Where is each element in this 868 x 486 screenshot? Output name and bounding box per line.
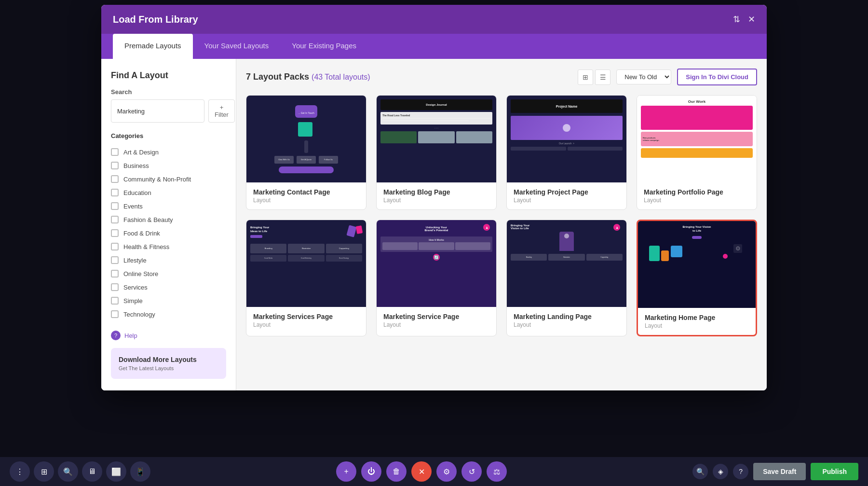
category-item[interactable]: Simple: [111, 294, 226, 307]
toolbar-menu-button[interactable]: ⋮: [10, 461, 30, 482]
layout-count: 7 Layout Packs (43 Total layouts): [246, 72, 370, 82]
modal-header-icons: ⇅ ✕: [733, 14, 755, 25]
card-info-services: Marketing Services Page Layout: [246, 307, 366, 334]
category-label-health: Health & Fitness: [123, 243, 169, 250]
layout-card-marketing-services[interactable]: Bringing YourIdeas to Life: [246, 220, 366, 336]
category-item[interactable]: Community & Non-Profit: [111, 172, 226, 186]
toolbar-mobile-button[interactable]: 📱: [130, 461, 150, 482]
toolbar-desktop-button[interactable]: 🖥: [82, 461, 102, 482]
layouts-grid: ... Get In Touch: [246, 95, 757, 336]
toolbar-adjust-button[interactable]: ⚖: [487, 461, 507, 482]
search-label: Search: [111, 88, 226, 96]
main-content: 7 Layout Packs (43 Total layouts) ⊞ ☰ Ne…: [236, 59, 767, 390]
save-draft-button[interactable]: Save Draft: [753, 463, 806, 480]
sort-select[interactable]: New To Old Old To New A to Z Z to A: [616, 69, 671, 84]
category-label-art: Art & Design: [123, 149, 159, 156]
layout-card-marketing-service[interactable]: Unlocking YourBrand's Potential ♟ How It…: [376, 220, 497, 336]
card-sub-project: Layout: [514, 197, 620, 204]
category-item[interactable]: Services: [111, 280, 226, 294]
card-image-project: Project Name Our Launch >: [507, 96, 626, 182]
category-checkbox-lifestyle: [111, 256, 119, 264]
layout-card-marketing-home[interactable]: Bringing Your Visionto Life ⚙: [637, 220, 757, 336]
category-item[interactable]: Technology: [111, 307, 226, 321]
layout-card-marketing-project[interactable]: Project Name Our Launch >: [506, 95, 627, 210]
toolbar-help-icon[interactable]: ?: [733, 464, 748, 479]
publish-button[interactable]: Publish: [811, 463, 858, 480]
list-view-button[interactable]: ☰: [595, 69, 610, 85]
download-title: Download More Layouts: [119, 356, 218, 363]
sidebar: Find A Layout Search + Filter Categories…: [101, 59, 236, 390]
toolbar-settings-button[interactable]: ⚙: [436, 461, 457, 482]
toolbar-grid-button[interactable]: ⊞: [34, 461, 54, 482]
category-label-events: Events: [123, 203, 143, 210]
card-title-home: Marketing Home Page: [645, 314, 749, 321]
category-item[interactable]: Education: [111, 186, 226, 199]
bottom-toolbar: ⋮ ⊞ 🔍 🖥 ⬜ 📱 + ⏻ 🗑 ✕ ⚙ ↺ ⚖ 🔍 ◈ ? Save Dra…: [0, 457, 868, 486]
category-item[interactable]: Business: [111, 159, 226, 172]
preview-home: Bringing Your Visionto Life ⚙: [638, 221, 756, 308]
card-sub-home: Layout: [645, 322, 749, 329]
tab-existing[interactable]: Your Existing Pages: [280, 34, 368, 59]
toolbar-close-button[interactable]: ✕: [411, 461, 432, 482]
view-toggle: ⊞ ☰: [578, 69, 610, 85]
main-header-right: ⊞ ☰ New To Old Old To New A to Z Z to A …: [578, 69, 757, 85]
help-icon: ?: [111, 331, 121, 340]
category-item[interactable]: Online Store: [111, 267, 226, 280]
load-library-modal: Load From Library ⇅ ✕ Premade Layouts Yo…: [101, 5, 767, 390]
card-info-service: Marketing Service Page Layout: [377, 307, 496, 334]
toolbar-trash-button[interactable]: 🗑: [386, 461, 407, 482]
modal-close-icon[interactable]: ✕: [748, 14, 755, 25]
category-item[interactable]: Lifestyle: [111, 253, 226, 267]
preview-blog: Design Journal The Road Less Traveled - …: [377, 96, 496, 182]
toolbar-divi-icon[interactable]: ◈: [713, 464, 728, 479]
tab-saved[interactable]: Your Saved Layouts: [193, 34, 281, 59]
help-label: Help: [124, 332, 137, 339]
filter-button[interactable]: + Filter: [208, 99, 235, 123]
category-item[interactable]: Events: [111, 199, 226, 213]
layout-card-marketing-landing[interactable]: Bringing YourVision to Life ♟: [506, 220, 627, 336]
card-image-contact: ... Get In Touch: [246, 96, 366, 182]
card-image-services: Bringing YourIdeas to Life: [246, 220, 366, 307]
layout-card-marketing-contact[interactable]: ... Get In Touch: [246, 95, 366, 210]
sign-in-button[interactable]: Sign In To Divi Cloud: [677, 69, 757, 85]
toolbar-search-button[interactable]: 🔍: [58, 461, 78, 482]
modal-title: Load From Library: [113, 14, 198, 25]
preview-contact: ... Get In Touch: [246, 96, 366, 182]
toolbar-add-button[interactable]: +: [336, 461, 356, 482]
modal-sort-icon[interactable]: ⇅: [733, 14, 740, 25]
category-label-services: Services: [123, 284, 148, 291]
card-info-portfolio: Marketing Portfolio Page Layout: [637, 182, 757, 209]
category-checkbox-art: [111, 148, 119, 156]
download-box[interactable]: Download More Layouts Get The Latest Lay…: [111, 348, 226, 379]
card-sub-contact: Layout: [253, 197, 359, 204]
help-row[interactable]: ? Help: [111, 331, 226, 340]
modal-tabs: Premade Layouts Your Saved Layouts Your …: [101, 34, 767, 59]
grid-view-button[interactable]: ⊞: [578, 69, 593, 85]
card-info-home: Marketing Home Page Layout: [638, 308, 756, 335]
category-label-technology: Technology: [123, 311, 155, 318]
toolbar-power-button[interactable]: ⏻: [361, 461, 381, 482]
card-image-portfolio: Our Work New productsrelease campaign: [637, 96, 757, 182]
card-sub-services: Layout: [253, 321, 359, 328]
card-info-blog: Marketing Blog Page Layout: [377, 182, 496, 209]
toolbar-search-icon[interactable]: 🔍: [692, 464, 708, 479]
card-title-landing: Marketing Landing Page: [514, 313, 620, 320]
card-sub-blog: Layout: [383, 197, 489, 204]
card-title-portfolio: Marketing Portfolio Page: [644, 188, 750, 196]
card-image-home: Bringing Your Visionto Life ⚙: [638, 221, 756, 308]
category-item[interactable]: Fashion & Beauty: [111, 213, 226, 226]
toolbar-history-button[interactable]: ↺: [461, 461, 482, 482]
category-item[interactable]: Art & Design: [111, 145, 226, 159]
category-item[interactable]: Food & Drink: [111, 226, 226, 240]
tab-premade[interactable]: Premade Layouts: [113, 34, 193, 59]
card-image-blog: Design Journal The Road Less Traveled - …: [377, 96, 496, 182]
category-checkbox-fashion: [111, 216, 119, 223]
search-input[interactable]: [111, 99, 204, 123]
toolbar-tablet-button[interactable]: ⬜: [106, 461, 126, 482]
category-checkbox-health: [111, 243, 119, 250]
layout-card-marketing-blog[interactable]: Design Journal The Road Less Traveled - …: [376, 95, 497, 210]
layout-card-marketing-portfolio[interactable]: Our Work New productsrelease campaign Ma: [637, 95, 757, 210]
category-item[interactable]: Health & Fitness: [111, 240, 226, 253]
categories-title: Categories: [111, 132, 226, 139]
preview-services: Bringing YourIdeas to Life: [246, 220, 366, 307]
